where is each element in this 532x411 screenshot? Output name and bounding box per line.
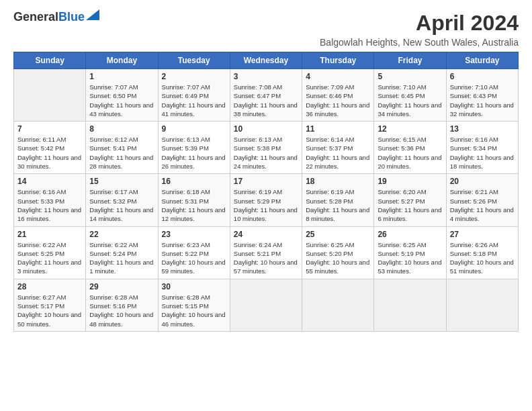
day-info: Sunrise: 7:10 AM Sunset: 6:43 PM Dayligh… bbox=[450, 83, 515, 118]
daylight-text: Daylight: 11 hours and 10 minutes. bbox=[234, 206, 298, 222]
sunset-text: Sunset: 5:32 PM bbox=[89, 197, 136, 205]
day-info: Sunrise: 6:20 AM Sunset: 5:27 PM Dayligh… bbox=[378, 187, 442, 223]
weekday-header: Wednesday bbox=[230, 52, 302, 69]
sunrise-text: Sunrise: 7:07 AM bbox=[162, 83, 210, 91]
calendar-cell: 10 Sunrise: 6:13 AM Sunset: 5:38 PM Dayl… bbox=[230, 122, 302, 174]
calendar-cell: 8 Sunrise: 6:12 AM Sunset: 5:41 PM Dayli… bbox=[86, 122, 158, 174]
daylight-text: Daylight: 11 hours and 6 minutes. bbox=[378, 206, 441, 222]
day-info: Sunrise: 6:13 AM Sunset: 5:38 PM Dayligh… bbox=[234, 135, 298, 171]
daylight-text: Daylight: 11 hours and 30 minutes. bbox=[17, 154, 81, 170]
day-info: Sunrise: 6:12 AM Sunset: 5:41 PM Dayligh… bbox=[89, 135, 154, 171]
sunrise-text: Sunrise: 6:28 AM bbox=[162, 293, 210, 301]
day-number: 26 bbox=[378, 230, 442, 239]
day-info: Sunrise: 6:11 AM Sunset: 5:42 PM Dayligh… bbox=[17, 135, 82, 171]
sunset-text: Sunset: 5:38 PM bbox=[234, 144, 281, 152]
day-info: Sunrise: 6:18 AM Sunset: 5:31 PM Dayligh… bbox=[162, 187, 226, 223]
sunset-text: Sunset: 5:27 PM bbox=[378, 197, 425, 205]
calendar-cell: 9 Sunrise: 6:13 AM Sunset: 5:39 PM Dayli… bbox=[158, 122, 230, 174]
sunset-text: Sunset: 5:15 PM bbox=[162, 302, 209, 310]
calendar-cell: 3 Sunrise: 7:08 AM Sunset: 6:47 PM Dayli… bbox=[230, 69, 302, 122]
day-number: 19 bbox=[378, 177, 442, 186]
day-info: Sunrise: 6:22 AM Sunset: 5:25 PM Dayligh… bbox=[17, 240, 82, 276]
day-info: Sunrise: 6:16 AM Sunset: 5:33 PM Dayligh… bbox=[17, 187, 82, 223]
calendar-week-row: 1 Sunrise: 7:07 AM Sunset: 6:50 PM Dayli… bbox=[14, 69, 519, 122]
calendar-cell: 17 Sunrise: 6:19 AM Sunset: 5:29 PM Dayl… bbox=[230, 174, 302, 226]
sunset-text: Sunset: 5:41 PM bbox=[89, 144, 136, 152]
day-info: Sunrise: 6:17 AM Sunset: 5:32 PM Dayligh… bbox=[89, 187, 154, 223]
sunrise-text: Sunrise: 6:26 AM bbox=[450, 241, 498, 248]
calendar-cell: 14 Sunrise: 6:16 AM Sunset: 5:33 PM Dayl… bbox=[14, 174, 86, 226]
daylight-text: Daylight: 11 hours and 12 minutes. bbox=[162, 206, 226, 222]
daylight-text: Daylight: 10 hours and 53 minutes. bbox=[378, 259, 441, 275]
calendar-cell bbox=[230, 279, 302, 331]
calendar-cell: 28 Sunrise: 6:27 AM Sunset: 5:17 PM Dayl… bbox=[14, 279, 86, 331]
sunrise-text: Sunrise: 6:25 AM bbox=[306, 241, 354, 248]
day-number: 4 bbox=[306, 72, 370, 81]
sunset-text: Sunset: 5:20 PM bbox=[306, 250, 353, 257]
sunset-text: Sunset: 5:39 PM bbox=[162, 144, 209, 152]
calendar-week-row: 28 Sunrise: 6:27 AM Sunset: 5:17 PM Dayl… bbox=[14, 279, 519, 331]
day-info: Sunrise: 6:25 AM Sunset: 5:19 PM Dayligh… bbox=[378, 240, 442, 276]
calendar-cell: 24 Sunrise: 6:24 AM Sunset: 5:21 PM Dayl… bbox=[230, 226, 302, 279]
sunset-text: Sunset: 6:45 PM bbox=[378, 92, 425, 99]
day-number: 18 bbox=[306, 177, 370, 186]
day-info: Sunrise: 7:07 AM Sunset: 6:49 PM Dayligh… bbox=[162, 83, 226, 118]
weekday-header: Saturday bbox=[446, 52, 518, 69]
day-info: Sunrise: 7:10 AM Sunset: 6:45 PM Dayligh… bbox=[378, 83, 442, 118]
sunset-text: Sunset: 5:22 PM bbox=[162, 250, 209, 257]
calendar-cell: 13 Sunrise: 6:16 AM Sunset: 5:34 PM Dayl… bbox=[446, 122, 518, 174]
sunrise-text: Sunrise: 7:10 AM bbox=[450, 83, 498, 91]
daylight-text: Daylight: 10 hours and 57 minutes. bbox=[234, 259, 298, 275]
sunrise-text: Sunrise: 7:10 AM bbox=[378, 83, 426, 91]
day-info: Sunrise: 7:07 AM Sunset: 6:50 PM Dayligh… bbox=[89, 83, 154, 118]
calendar-cell: 19 Sunrise: 6:20 AM Sunset: 5:27 PM Dayl… bbox=[374, 174, 446, 226]
day-info: Sunrise: 7:09 AM Sunset: 6:46 PM Dayligh… bbox=[306, 83, 370, 118]
day-number: 29 bbox=[89, 282, 154, 291]
sunrise-text: Sunrise: 6:19 AM bbox=[234, 188, 282, 195]
daylight-text: Daylight: 10 hours and 55 minutes. bbox=[306, 259, 369, 275]
day-info: Sunrise: 6:13 AM Sunset: 5:39 PM Dayligh… bbox=[162, 135, 226, 171]
day-number: 15 bbox=[89, 177, 154, 186]
calendar-cell: 2 Sunrise: 7:07 AM Sunset: 6:49 PM Dayli… bbox=[158, 69, 230, 122]
calendar-table: SundayMondayTuesdayWednesdayThursdayFrid… bbox=[13, 52, 519, 332]
day-info: Sunrise: 6:26 AM Sunset: 5:18 PM Dayligh… bbox=[450, 240, 515, 276]
calendar-cell: 29 Sunrise: 6:28 AM Sunset: 5:16 PM Dayl… bbox=[86, 279, 158, 331]
sunrise-text: Sunrise: 7:08 AM bbox=[234, 83, 282, 91]
calendar-cell: 25 Sunrise: 6:25 AM Sunset: 5:20 PM Dayl… bbox=[302, 226, 374, 279]
sunset-text: Sunset: 5:42 PM bbox=[17, 144, 64, 152]
logo: GeneralBlue bbox=[13, 11, 99, 24]
day-number: 9 bbox=[162, 124, 226, 134]
daylight-text: Daylight: 10 hours and 46 minutes. bbox=[162, 311, 226, 327]
day-number: 5 bbox=[378, 72, 442, 81]
calendar-week-row: 21 Sunrise: 6:22 AM Sunset: 5:25 PM Dayl… bbox=[14, 226, 519, 279]
weekday-header: Tuesday bbox=[158, 52, 230, 69]
sunset-text: Sunset: 6:50 PM bbox=[89, 92, 136, 99]
daylight-text: Daylight: 11 hours and 1 minute. bbox=[89, 259, 153, 275]
sunset-text: Sunset: 6:43 PM bbox=[450, 92, 497, 99]
sunset-text: Sunset: 6:49 PM bbox=[162, 92, 209, 99]
day-info: Sunrise: 6:28 AM Sunset: 5:15 PM Dayligh… bbox=[162, 293, 226, 328]
daylight-text: Daylight: 10 hours and 59 minutes. bbox=[162, 259, 226, 275]
calendar-cell bbox=[446, 279, 518, 331]
sunrise-text: Sunrise: 6:27 AM bbox=[17, 293, 66, 301]
sunrise-text: Sunrise: 6:28 AM bbox=[89, 293, 138, 301]
daylight-text: Daylight: 11 hours and 32 minutes. bbox=[450, 101, 514, 118]
sunrise-text: Sunrise: 7:07 AM bbox=[89, 83, 138, 91]
day-number: 23 bbox=[162, 230, 226, 239]
sunset-text: Sunset: 5:37 PM bbox=[306, 144, 353, 152]
daylight-text: Daylight: 11 hours and 24 minutes. bbox=[234, 154, 298, 170]
day-number: 16 bbox=[162, 177, 226, 186]
sunset-text: Sunset: 5:16 PM bbox=[89, 302, 136, 310]
sunrise-text: Sunrise: 6:13 AM bbox=[162, 136, 210, 143]
day-number: 8 bbox=[89, 124, 154, 134]
calendar-cell: 30 Sunrise: 6:28 AM Sunset: 5:15 PM Dayl… bbox=[158, 279, 230, 331]
sunrise-text: Sunrise: 6:19 AM bbox=[306, 188, 354, 195]
day-info: Sunrise: 6:19 AM Sunset: 5:29 PM Dayligh… bbox=[234, 187, 298, 223]
calendar-cell: 20 Sunrise: 6:21 AM Sunset: 5:26 PM Dayl… bbox=[446, 174, 518, 226]
sunrise-text: Sunrise: 6:20 AM bbox=[378, 188, 426, 195]
daylight-text: Daylight: 10 hours and 48 minutes. bbox=[89, 311, 153, 327]
calendar-cell: 11 Sunrise: 6:14 AM Sunset: 5:37 PM Dayl… bbox=[302, 122, 374, 174]
daylight-text: Daylight: 11 hours and 36 minutes. bbox=[306, 101, 369, 118]
calendar-cell: 23 Sunrise: 6:23 AM Sunset: 5:22 PM Dayl… bbox=[158, 226, 230, 279]
day-info: Sunrise: 6:24 AM Sunset: 5:21 PM Dayligh… bbox=[234, 240, 298, 276]
